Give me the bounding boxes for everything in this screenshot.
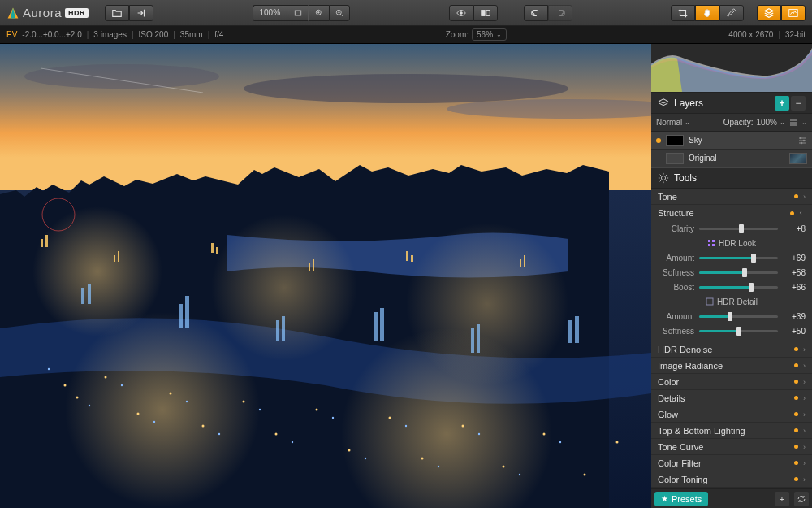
chevron-right-icon: › [803, 475, 806, 484]
visibility-dot-icon[interactable] [656, 138, 661, 143]
slider-hdrdetail-amount[interactable]: Amount +39 [651, 309, 812, 323]
layer-name: Original [689, 154, 784, 163]
tool-section-color-toning[interactable]: Color Toning › [651, 471, 812, 488]
remove-layer-button[interactable]: − [791, 96, 806, 111]
sync-icon [797, 494, 806, 504]
sync-preset-button[interactable] [794, 492, 809, 506]
svg-rect-34 [179, 304, 183, 328]
presets-button[interactable]: ★ Presets [654, 492, 708, 506]
opacity-dropdown[interactable]: 100%⌄ [756, 118, 785, 127]
svg-rect-32 [81, 288, 84, 304]
app-badge: HDR [65, 8, 89, 18]
undo-button[interactable] [524, 5, 548, 21]
svg-rect-84 [712, 244, 715, 246]
svg-point-62 [48, 368, 50, 370]
hand-tool-button[interactable] [695, 5, 719, 21]
active-dot-icon [794, 461, 798, 465]
open-button[interactable] [105, 5, 129, 21]
svg-rect-7 [486, 10, 489, 15]
zoom-out-button[interactable] [329, 5, 350, 21]
tools-panel-header[interactable]: Tools [651, 167, 812, 189]
tool-section-structure[interactable]: Structure ⌄ [651, 205, 812, 221]
zoom-in-button[interactable] [308, 5, 329, 21]
chevron-right-icon: › [803, 193, 806, 201]
compare-button[interactable] [473, 5, 498, 21]
active-dot-icon [794, 477, 798, 481]
preview-button[interactable] [449, 5, 473, 21]
svg-point-72 [405, 425, 407, 427]
chevron-right-icon: › [803, 345, 806, 354]
zoom-fit-button[interactable] [287, 5, 308, 21]
brush-button[interactable] [719, 5, 744, 21]
tool-section-color-filter[interactable]: Color Filter › [651, 455, 812, 471]
zoom-readout[interactable]: 100% [253, 5, 287, 21]
add-layer-button[interactable]: + [775, 96, 789, 111]
svg-rect-24 [211, 243, 214, 253]
svg-point-50 [202, 425, 205, 428]
slider-hdrlook-boost[interactable]: Boost +66 [651, 280, 812, 294]
svg-rect-6 [481, 10, 484, 15]
add-preset-button[interactable]: + [775, 492, 789, 506]
active-dot-icon [794, 412, 798, 416]
info-bar: EV -2.0...+0.0...+2.0 | 3 images | ISO 2… [0, 26, 812, 44]
bit-depth: 32-bit [785, 30, 806, 39]
svg-rect-22 [114, 255, 115, 262]
tool-section-hdr-denoise[interactable]: HDR Denoise › [651, 341, 812, 358]
tool-section-image-radiance[interactable]: Image Radiance › [651, 358, 812, 374]
gear-icon [658, 172, 669, 184]
layer-name: Sky [689, 136, 793, 145]
svg-point-58 [503, 466, 505, 468]
active-dot-icon [794, 445, 798, 449]
histogram-panel[interactable] [651, 44, 812, 93]
crop-button[interactable] [671, 5, 695, 21]
redo-button[interactable] [548, 5, 572, 21]
svg-point-5 [460, 11, 462, 14]
image-canvas[interactable] [0, 44, 651, 508]
zoom-value: 56% [477, 30, 493, 39]
svg-point-77 [800, 137, 802, 139]
tool-section-tone[interactable]: Tone › [651, 189, 812, 205]
svg-point-10 [24, 64, 219, 89]
layer-settings-icon[interactable] [797, 137, 807, 145]
export-button[interactable] [129, 5, 153, 21]
svg-rect-29 [411, 255, 413, 262]
tool-section-top-bottom-lighting[interactable]: Top & Bottom Lighting › [651, 423, 812, 439]
svg-point-55 [389, 417, 391, 419]
ev-label: EV [6, 30, 17, 39]
tools-list: Tone › Structure ⌄ Clarity +8 HDR Look A… [651, 189, 812, 488]
tool-section-color[interactable]: Color › [651, 374, 812, 390]
aperture: f/4 [214, 30, 223, 39]
layer-options-icon[interactable] [788, 118, 798, 128]
tool-section-glow[interactable]: Glow › [651, 406, 812, 423]
layers-panel-header[interactable]: Layers + − [651, 93, 812, 114]
slider-hdrdetail-softness[interactable]: Softness +50 [651, 323, 812, 338]
slider-hdrlook-amount[interactable]: Amount +69 [651, 250, 812, 265]
svg-point-63 [89, 405, 90, 406]
svg-point-71 [365, 458, 366, 459]
svg-point-73 [438, 466, 439, 467]
svg-point-78 [803, 139, 806, 141]
app-name: Aurora [23, 6, 62, 20]
tool-section-tone-curve[interactable]: Tone Curve › [651, 439, 812, 455]
slider-hdrlook-softness[interactable]: Softness +58 [651, 265, 812, 280]
blend-mode-dropdown[interactable]: Normal⌄ [656, 118, 690, 127]
slider-clarity[interactable]: Clarity +8 [651, 221, 812, 236]
zoom-dropdown[interactable]: 56% ⌄ [472, 28, 507, 41]
layer-effect-thumbnail [789, 153, 807, 164]
svg-rect-30 [520, 259, 521, 267]
layer-row-original[interactable]: Original [651, 150, 812, 167]
chevron-down-icon: ⌄ [780, 119, 785, 126]
svg-rect-85 [706, 298, 713, 305]
svg-point-80 [661, 176, 665, 180]
tool-section-details[interactable]: Details › [651, 390, 812, 406]
svg-point-48 [137, 413, 140, 415]
histogram-toggle-button[interactable] [781, 5, 806, 21]
layers-toggle-button[interactable] [757, 5, 781, 21]
chevron-right-icon: › [803, 443, 806, 451]
layer-row-sky[interactable]: Sky [651, 132, 812, 150]
chevron-down-icon: ⌄ [801, 119, 807, 126]
svg-point-74 [478, 433, 480, 435]
svg-point-54 [348, 449, 351, 452]
main-toolbar: Aurora HDR 100% [0, 0, 812, 26]
svg-rect-81 [708, 240, 710, 242]
